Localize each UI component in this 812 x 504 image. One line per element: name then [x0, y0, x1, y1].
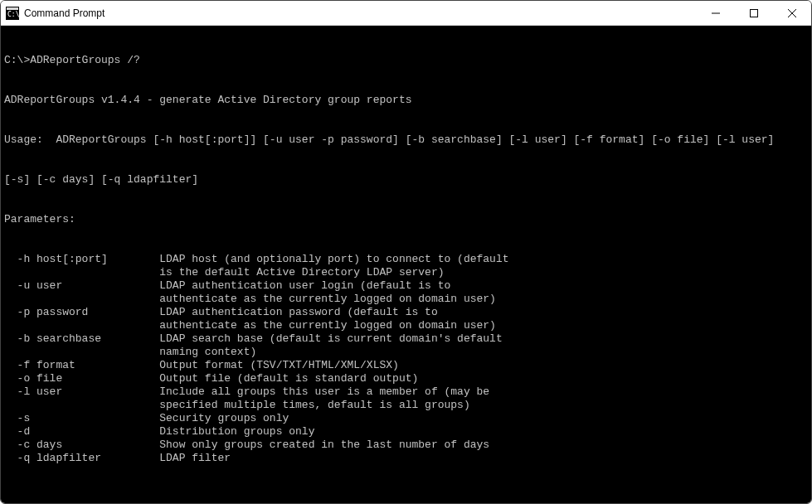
usage-line-1: Usage: ADReportGroups [-h host[:port]] [… [4, 133, 808, 147]
close-button[interactable] [773, 1, 811, 25]
terminal-output[interactable]: C:\>ADReportGroups /? ADReportGroups v1.… [1, 26, 811, 503]
command-prompt-window: C:\ Command Prompt C:\>ADReportGroups /?… [0, 0, 812, 504]
param-row-cont: authenticate as the currently logged on … [4, 319, 808, 332]
window-title: Command Prompt [24, 7, 697, 19]
svg-text:C:\: C:\ [7, 11, 19, 18]
param-row-cont: authenticate as the currently logged on … [4, 293, 808, 306]
param-row: -s Security groups only [4, 412, 808, 425]
param-row: -p password LDAP authentication password… [4, 306, 808, 319]
minimize-button[interactable] [697, 1, 735, 25]
maximize-button[interactable] [735, 1, 773, 25]
param-row: -b searchbase LDAP search base (default … [4, 332, 808, 346]
banner-line: ADReportGroups v1.4.4 - generate Active … [4, 94, 808, 107]
param-row-cont: naming context) [4, 346, 808, 359]
param-row: -f format Output format (TSV/TXT/HTML/XM… [4, 359, 808, 372]
param-row-cont: is the default Active Directory LDAP ser… [4, 266, 808, 279]
titlebar[interactable]: C:\ Command Prompt [1, 1, 811, 26]
params-header: Parameters: [4, 213, 808, 226]
cmd-icon: C:\ [6, 7, 19, 20]
window-controls [697, 1, 811, 25]
param-row: -o file Output file (default is standard… [4, 372, 808, 385]
param-row: -c days Show only groups created in the … [4, 439, 808, 452]
param-row: -q ldapfilter LDAP filter [4, 452, 808, 465]
blank-line [4, 492, 808, 503]
param-row-cont: specified multiple times, default is all… [4, 399, 808, 412]
prompt-line: C:\>ADReportGroups /? [4, 54, 808, 67]
param-row: -l user Include all groups this user is … [4, 385, 808, 399]
param-row: -h host[:port] LDAP host (and optionally… [4, 253, 808, 266]
param-row: -d Distribution groups only [4, 425, 808, 439]
param-row: -u user LDAP authentication user login (… [4, 279, 808, 293]
svg-rect-1 [7, 7, 18, 10]
params-list: -h host[:port] LDAP host (and optionally… [4, 253, 808, 465]
svg-rect-4 [751, 9, 758, 17]
usage-line-2: [-s] [-c days] [-q ldapfilter] [4, 173, 808, 187]
